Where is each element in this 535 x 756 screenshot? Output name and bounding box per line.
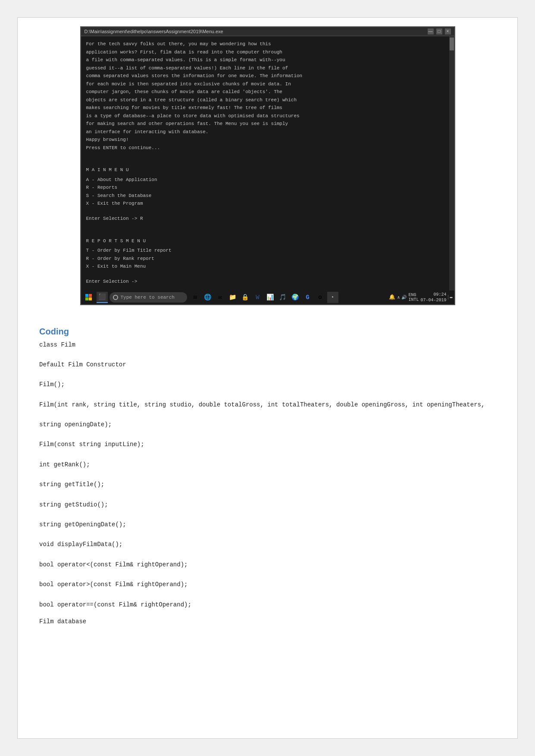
- date-label: 07-04-2019: [420, 297, 446, 303]
- maximize-button[interactable]: □: [436, 28, 442, 34]
- main-menu-item: X - Exit the Program: [86, 200, 444, 207]
- taskbar-lang: ENG INTL: [408, 293, 419, 302]
- code-line: void displayFilmData();: [39, 540, 496, 549]
- taskbar: ⬛ Type here to search ⊞ 🌐 ✉ 📁 🔒 W 📊 🎵 🌍 …: [81, 291, 454, 304]
- reports-item: T - Order by Film Title report: [86, 247, 444, 254]
- intro-line: is a type of database--a place to store …: [86, 112, 444, 120]
- taskbar-right: 🔔 ∧ 🔊 ENG INTL 09:24 07-04-2019 ▬: [389, 292, 452, 303]
- taskbar-chevron[interactable]: ∧: [397, 295, 400, 300]
- taskbar-icon-g[interactable]: G: [302, 292, 313, 303]
- lang2-label: INTL: [408, 297, 419, 302]
- main-menu-item: R - Reports: [86, 184, 444, 191]
- console-icon: ⬛: [98, 293, 106, 300]
- code-line: bool operator<(const Film& rightOperand)…: [39, 560, 496, 569]
- console-controls: — □ ×: [428, 28, 451, 34]
- start-button[interactable]: [83, 291, 95, 303]
- code-line: Film(int rank, string title, string stud…: [39, 400, 496, 409]
- reports-header: R E P O R T S M E N U: [86, 237, 444, 245]
- taskbar-icon-word[interactable]: W: [252, 292, 263, 303]
- intro-line: application works? First, film data is r…: [86, 49, 444, 56]
- code-line: int getRank();: [39, 460, 496, 469]
- main-menu-item: A - About the Application: [86, 176, 444, 184]
- scrollbar-thumb[interactable]: [450, 37, 454, 50]
- taskbar-search-bar[interactable]: Type here to search: [110, 292, 187, 303]
- intro-line: an interface for interacting with databa…: [86, 128, 444, 136]
- code-line: class Film: [39, 340, 496, 350]
- console-title: D:\Main\assignment\edithelpo\answersAssi…: [84, 29, 223, 34]
- film-database-label: Film database: [39, 618, 496, 625]
- minimize-button[interactable]: —: [428, 28, 434, 34]
- main-menu-list: A - About the ApplicationR - ReportsS - …: [86, 176, 444, 207]
- taskbar-clock: 09:24 07-04-2019: [420, 292, 446, 303]
- happy-browsing: Happy browsing!: [86, 136, 444, 144]
- reports-list: T - Order by Film Title reportR - Order …: [86, 247, 444, 270]
- main-menu-header: M A I N M E N U: [86, 166, 444, 174]
- console-text-area: For the tech savvy folks out there, you …: [81, 36, 449, 291]
- time-label: 09:24: [420, 292, 446, 297]
- reports-item: X - Exit to Main Menu: [86, 263, 444, 270]
- intro-line: computer jargon, these chunks of movie d…: [86, 88, 444, 96]
- code-line: string getOpeningDate();: [39, 520, 496, 529]
- main-menu-item: S - Search the Database: [86, 192, 444, 200]
- taskbar-notif[interactable]: 🔔: [389, 294, 395, 300]
- press-enter: Press ENTER to continue...: [86, 144, 444, 152]
- taskbar-icon-lock[interactable]: 🔒: [240, 292, 251, 303]
- intro-paragraph: For the tech savvy folks out there, you …: [86, 41, 444, 135]
- win-logo-q4: [89, 297, 92, 300]
- win-logo-q3: [85, 297, 88, 300]
- code-line: string openingDate);: [39, 420, 496, 429]
- scrollbar[interactable]: [449, 36, 454, 291]
- intro-line: a file with comma-separated values. (Thi…: [86, 56, 444, 64]
- close-button[interactable]: ×: [445, 28, 451, 34]
- taskbar-icons: ⊞ 🌐 ✉ 📁 🔒 W 📊 🎵 🌍 G ⚙ ▪: [190, 292, 338, 303]
- content-section: Coding class FilmDefault Film Constructo…: [26, 318, 509, 634]
- coding-heading: Coding: [39, 327, 496, 337]
- win-logo-q2: [89, 294, 92, 297]
- console-body: For the tech savvy folks out there, you …: [81, 36, 449, 291]
- intro-line: For the tech savvy folks out there, you …: [86, 41, 444, 48]
- taskbar-icon-task-view[interactable]: ⊞: [190, 292, 201, 303]
- console-app-taskbar[interactable]: ⬛: [97, 292, 108, 303]
- taskbar-icon-mail[interactable]: ✉: [215, 292, 226, 303]
- code-line: bool operator>(const Film& rightOperand)…: [39, 580, 496, 589]
- windows-logo: [85, 294, 92, 301]
- reports-item: R - Order by Rank report: [86, 255, 444, 262]
- taskbar-desktop[interactable]: ▬: [448, 295, 452, 300]
- intro-line: comma separated values stores the inform…: [86, 72, 444, 80]
- code-line: string getTitle();: [39, 480, 496, 489]
- taskbar-icon-settings[interactable]: ⚙: [315, 292, 326, 303]
- lang-label: ENG: [408, 293, 419, 297]
- intro-line: makes searching for movies by title extr…: [86, 104, 444, 112]
- taskbar-icon-edge[interactable]: 🌐: [202, 292, 213, 303]
- code-line: Default Film Constructor: [39, 360, 496, 369]
- code-line: bool operator==(const Film& rightOperand…: [39, 600, 496, 609]
- code-line: string getStudio();: [39, 500, 496, 509]
- taskbar-icon-media[interactable]: 🎵: [277, 292, 288, 303]
- taskbar-icon-square[interactable]: ▪: [327, 292, 338, 303]
- main-prompt: Enter Selection -> R: [86, 215, 444, 222]
- code-line: Film();: [39, 380, 496, 389]
- console-window: D:\Main\assignment\edithelpo\answersAssi…: [80, 26, 455, 305]
- reports-prompt: Enter Selection ->: [86, 278, 444, 285]
- intro-line: for each movie is then separated into ex…: [86, 81, 444, 88]
- win-logo-q1: [85, 294, 88, 297]
- page-container: D:\Main\assignment\edithelpo\answersAssi…: [17, 17, 518, 739]
- console-wrapper: For the tech savvy folks out there, you …: [81, 36, 454, 291]
- taskbar-icon-folder[interactable]: 📁: [227, 292, 238, 303]
- intro-line: objects are stored in a tree structure (…: [86, 97, 444, 104]
- coding-lines: class FilmDefault Film ConstructorFilm()…: [39, 340, 496, 609]
- intro-line: guessed it--a list of comma-separated va…: [86, 65, 444, 72]
- code-line: Film(const string inputLine);: [39, 440, 496, 449]
- console-titlebar: D:\Main\assignment\edithelpo\answersAssi…: [81, 27, 454, 36]
- taskbar-icon-globe[interactable]: 🌍: [290, 292, 301, 303]
- intro-line: for making search and other operations f…: [86, 120, 444, 128]
- search-text: Type here to search: [121, 295, 175, 300]
- taskbar-volume[interactable]: 🔊: [401, 295, 407, 300]
- search-icon: [113, 295, 118, 300]
- taskbar-icon-chart[interactable]: 📊: [265, 292, 276, 303]
